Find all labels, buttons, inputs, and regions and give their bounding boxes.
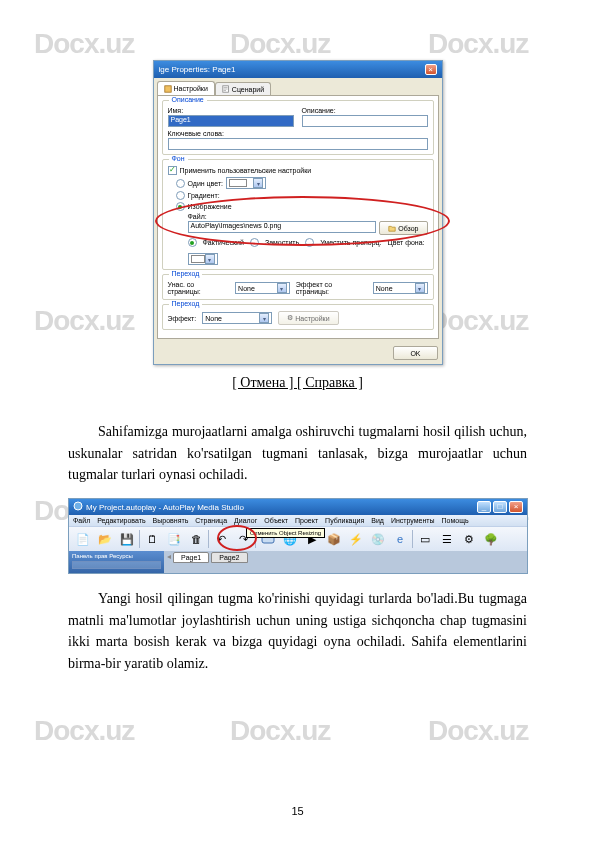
tree-icon[interactable]: 🌳: [481, 529, 501, 549]
chevron-down-icon: ▾: [259, 313, 269, 323]
inherit-select[interactable]: None ▾: [235, 282, 290, 294]
bgcolor-select[interactable]: ▾: [188, 253, 218, 265]
svg-point-2: [74, 502, 82, 510]
script-icon: [222, 85, 230, 93]
tab-settings[interactable]: Настройки: [157, 81, 215, 95]
group-title: Переход: [169, 300, 203, 307]
page-content: ige Properties: Page1 × Настройки Сценар…: [0, 0, 595, 717]
image-opt-label: Изображение: [188, 203, 232, 210]
new-icon[interactable]: 📄: [73, 529, 93, 549]
group-transition2: Переход Эффект: None ▾ ⚙ Настройки: [162, 304, 434, 330]
file-label: Файл:: [188, 213, 428, 220]
single-color-label: Один цвет:: [188, 180, 224, 187]
folder-icon: [388, 224, 396, 233]
menu-view[interactable]: Вид: [371, 517, 384, 524]
desc-label: Описание:: [302, 107, 428, 114]
figure-caption: [ Отмена ] [ Справка ]: [68, 375, 527, 391]
menu-edit[interactable]: Редактировать: [97, 517, 145, 524]
page-tabs-area: ◂ Page1 Page2: [164, 551, 527, 573]
gear-icon: ⚙: [287, 314, 293, 322]
image-radio[interactable]: [176, 202, 185, 211]
single-color-radio[interactable]: [176, 179, 185, 188]
build-icon[interactable]: 📦: [324, 529, 344, 549]
page-tab-2[interactable]: Page2: [211, 552, 247, 563]
paragraph-2: Yangi hosil qilingan tugma ko'rinishi qu…: [68, 588, 527, 675]
gear-icon[interactable]: ⚙: [459, 529, 479, 549]
fit-radio[interactable]: [188, 238, 197, 247]
window-title-text: My Project.autoplay - AutoPlay Media Stu…: [86, 503, 244, 512]
name-input[interactable]: Page1: [168, 115, 294, 127]
dup-page-icon[interactable]: 📑: [164, 529, 184, 549]
close-button[interactable]: ×: [509, 501, 523, 513]
effect-select[interactable]: None ▾: [373, 282, 428, 294]
left-panel-header: Панель прав Ресурсы: [69, 551, 164, 573]
single-color-select[interactable]: ▾: [226, 177, 266, 189]
menu-publish[interactable]: Публикация: [325, 517, 364, 524]
props-icon[interactable]: ☰: [437, 529, 457, 549]
settings-icon: [164, 85, 172, 93]
dialog-titlebar: ige Properties: Page1 ×: [154, 61, 442, 78]
close-icon[interactable]: ×: [425, 64, 437, 75]
flash-icon[interactable]: ⚡: [346, 529, 366, 549]
disc-icon[interactable]: 💿: [368, 529, 388, 549]
maximize-button[interactable]: □: [493, 501, 507, 513]
page-tab-1[interactable]: Page1: [173, 552, 209, 563]
group-description: Описание Имя: Page1 Описание: Ключевые с…: [162, 100, 434, 155]
menu-object[interactable]: Объект: [264, 517, 288, 524]
app-icon: [73, 501, 83, 513]
watermark: Docx.uz: [34, 715, 134, 747]
page-number: 15: [291, 805, 303, 817]
keywords-label: Ключевые слова:: [168, 130, 428, 137]
del-page-icon[interactable]: 🗑: [186, 529, 206, 549]
browse-button[interactable]: Обзор: [379, 221, 427, 235]
window-titlebar: My Project.autoplay - AutoPlay Media Stu…: [69, 499, 527, 515]
minimize-button[interactable]: _: [477, 501, 491, 513]
keywords-input[interactable]: [168, 138, 428, 150]
menu-file[interactable]: Файл: [73, 517, 90, 524]
menu-tools[interactable]: Инструменты: [391, 517, 435, 524]
menu-dialog[interactable]: Диалог: [234, 517, 257, 524]
menu-align[interactable]: Выровнять: [153, 517, 189, 524]
chevron-down-icon: ▾: [253, 178, 263, 188]
redo-icon[interactable]: ↷ Отменить Object Resizing: [233, 529, 253, 549]
toolbar: 📄 📂 💾 🗒 📑 🗑 ↶ ↷ Отменить Object Resizing…: [69, 526, 527, 551]
page-icon[interactable]: 🗒: [142, 529, 162, 549]
tile-radio[interactable]: [250, 238, 259, 247]
watermark: Docx.uz: [428, 715, 528, 747]
svg-rect-0: [164, 85, 170, 91]
tab-script[interactable]: Сценарий: [215, 82, 271, 95]
effect2-select[interactable]: None ▾: [202, 312, 272, 324]
dialog-icon[interactable]: ▭: [415, 529, 435, 549]
desc-input[interactable]: [302, 115, 428, 127]
open-icon[interactable]: 📂: [95, 529, 115, 549]
paragraph-1: Sahifamizga murojaatlarni amalga oshiruv…: [68, 421, 527, 486]
tooltip: Отменить Object Resizing: [246, 528, 325, 538]
app-window: My Project.autoplay - AutoPlay Media Stu…: [68, 498, 528, 574]
use-custom-checkbox[interactable]: [168, 166, 177, 175]
save-icon[interactable]: 💾: [117, 529, 137, 549]
group-title: Описание: [169, 96, 207, 103]
use-custom-label: Применить пользовательские настройки: [180, 167, 312, 174]
ie-icon[interactable]: e: [390, 529, 410, 549]
group-title: Фон: [169, 155, 188, 162]
ok-button[interactable]: OK: [393, 346, 437, 360]
stretch-radio[interactable]: [305, 238, 314, 247]
settings-button[interactable]: ⚙ Настройки: [278, 311, 338, 325]
file-input[interactable]: AutoPlay\Images\news 0.png: [188, 221, 377, 233]
group-background: Фон Применить пользовательские настройки…: [162, 159, 434, 270]
dialog-title-text: ige Properties: Page1: [159, 65, 236, 74]
gradient-radio[interactable]: [176, 191, 185, 200]
watermark: Docx.uz: [230, 715, 330, 747]
group-transition: Переход Унас. со страницы: None ▾ Эффект…: [162, 274, 434, 300]
gradient-label: Градиент:: [188, 192, 220, 199]
menubar: Файл Редактировать Выровнять Страница Ди…: [69, 515, 527, 526]
chevron-down-icon: ▾: [415, 283, 425, 293]
tab-nav-icon[interactable]: ◂: [167, 552, 171, 561]
name-label: Имя:: [168, 107, 294, 114]
undo-icon[interactable]: ↶: [211, 529, 231, 549]
properties-dialog: ige Properties: Page1 × Настройки Сценар…: [153, 60, 443, 365]
menu-page[interactable]: Страница: [195, 517, 227, 524]
menu-project[interactable]: Проект: [295, 517, 318, 524]
menu-help[interactable]: Помощь: [442, 517, 469, 524]
chevron-down-icon: ▾: [205, 254, 215, 264]
